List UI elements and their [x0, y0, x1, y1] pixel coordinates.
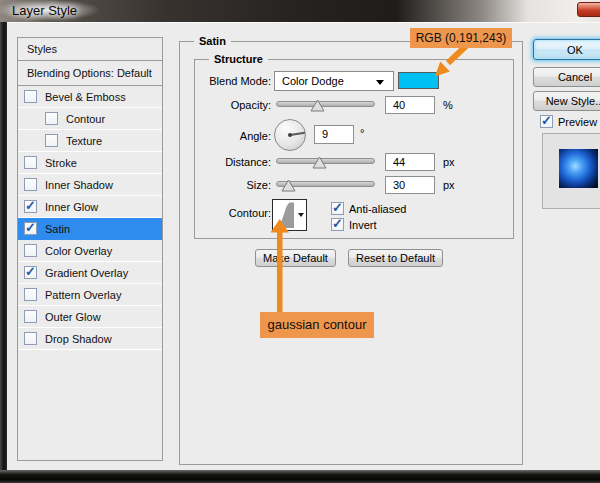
distance-label: Distance: [195, 156, 271, 168]
sidebar-item-stroke[interactable]: Stroke [18, 152, 162, 174]
make-default-button[interactable]: Make Default [255, 249, 336, 267]
styles-list-header: Styles [18, 38, 162, 61]
gaussian-contour-annotation: gaussian contour [260, 312, 374, 338]
checkbox[interactable] [24, 266, 37, 279]
invert-label: Invert [349, 219, 377, 231]
angle-dial[interactable] [274, 119, 306, 151]
preview-checkbox[interactable] [540, 115, 553, 128]
preview-panel [542, 133, 600, 209]
sidebar-item-contour[interactable]: Contour [18, 108, 162, 130]
window-title: Layer Style [12, 0, 77, 21]
sidebar-item-label: Texture [66, 135, 102, 147]
panel-title: Satin [194, 34, 231, 48]
checkbox[interactable] [24, 222, 37, 235]
sidebar-item-gradient-overlay[interactable]: Gradient Overlay [18, 262, 162, 284]
window-frame-left [0, 22, 7, 470]
distance-slider-thumb[interactable] [312, 155, 327, 168]
contour-label: Contour: [195, 207, 271, 219]
size-unit: px [443, 179, 455, 191]
sidebar-item-label: Inner Glow [45, 201, 98, 213]
distance-slider[interactable] [276, 153, 375, 169]
size-input[interactable]: 30 [385, 176, 435, 194]
checkbox[interactable] [45, 134, 58, 147]
opacity-unit: % [443, 99, 453, 111]
size-slider[interactable] [276, 176, 375, 192]
ok-button[interactable]: OK [533, 39, 600, 60]
structure-title: Structure [209, 52, 268, 66]
dialog-body: Styles Blending Options: Default Bevel &… [7, 22, 600, 470]
opacity-slider-thumb[interactable] [310, 98, 325, 111]
checkbox[interactable] [24, 178, 37, 191]
opacity-label: Opacity: [195, 99, 271, 111]
checkbox[interactable] [24, 244, 37, 257]
opacity-input[interactable]: 40 [385, 96, 435, 114]
opacity-slider-track[interactable] [276, 101, 375, 107]
angle-unit: ° [360, 127, 364, 139]
angle-label: Angle: [195, 130, 271, 142]
checkbox[interactable] [24, 90, 37, 103]
angle-dial-center [288, 133, 292, 137]
reset-to-default-button[interactable]: Reset to Default [348, 249, 443, 267]
cancel-button[interactable]: Cancel [533, 67, 600, 87]
structure-section: Structure Blend Mode: Color Dodge Opacit… [194, 59, 514, 239]
anti-aliased-label: Anti-aliased [349, 203, 406, 215]
titlebar[interactable]: Layer Style [0, 0, 600, 22]
distance-unit: px [443, 156, 455, 168]
invert-checkbox[interactable] [331, 218, 344, 231]
sidebar-item-label: Blending Options: Default [27, 67, 152, 79]
angle-input[interactable]: 9 [314, 125, 354, 144]
opacity-slider[interactable] [276, 96, 375, 112]
checkbox[interactable] [24, 200, 37, 213]
sidebar-item-label: Satin [45, 223, 70, 235]
new-style-button[interactable]: New Style... [533, 91, 600, 111]
sidebar-item-label: Outer Glow [45, 311, 101, 323]
chevron-down-icon [376, 80, 384, 85]
preview-label: Preview [558, 116, 597, 128]
layer-style-preview-thumbnail [559, 149, 598, 188]
sidebar-item-pattern-overlay[interactable]: Pattern Overlay [18, 284, 162, 306]
size-label: Size: [195, 179, 271, 191]
gaussian-contour-thumbnail [273, 200, 306, 230]
sidebar-item-inner-glow[interactable]: Inner Glow [18, 196, 162, 218]
styles-list: Styles Blending Options: Default Bevel &… [17, 37, 163, 461]
sidebar-item-label: Stroke [45, 157, 77, 169]
window-frame-bottom [0, 470, 600, 483]
checkbox[interactable] [24, 332, 37, 345]
checkbox[interactable] [24, 288, 37, 301]
checkbox[interactable] [24, 156, 37, 169]
sidebar-item-label: Gradient Overlay [45, 267, 128, 279]
satin-panel: Satin Structure Blend Mode: Color Dodge … [179, 41, 523, 465]
distance-input[interactable]: 44 [385, 153, 435, 171]
sidebar-item-blending-options-default[interactable]: Blending Options: Default [18, 61, 162, 86]
sidebar-item-texture[interactable]: Texture [18, 130, 162, 152]
anti-aliased-checkbox[interactable] [331, 202, 344, 215]
blend-mode-value: Color Dodge [282, 75, 344, 87]
sidebar-item-label: Inner Shadow [45, 179, 113, 191]
sidebar-item-label: Pattern Overlay [45, 289, 121, 301]
sidebar-item-drop-shadow[interactable]: Drop Shadow [18, 328, 162, 350]
size-slider-thumb[interactable] [281, 178, 296, 191]
close-icon[interactable] [577, 2, 600, 17]
sidebar-item-label: Bevel & Emboss [45, 91, 126, 103]
blend-mode-select[interactable]: Color Dodge [274, 71, 394, 91]
contour-picker[interactable] [272, 199, 307, 231]
sidebar-item-inner-shadow[interactable]: Inner Shadow [18, 174, 162, 196]
sidebar-item-bevel-emboss[interactable]: Bevel & Emboss [18, 86, 162, 108]
satin-color-swatch[interactable] [398, 72, 439, 89]
sidebar-item-satin[interactable]: Satin [18, 218, 162, 240]
angle-dial-pointer [290, 132, 305, 136]
sidebar-item-label: Contour [66, 113, 105, 125]
sidebar-item-label: Color Overlay [45, 245, 112, 257]
sidebar-item-color-overlay[interactable]: Color Overlay [18, 240, 162, 262]
blend-mode-label: Blend Mode: [195, 75, 271, 87]
checkbox[interactable] [24, 310, 37, 323]
layer-style-window: Layer Style Styles Blending Options: Def… [0, 0, 600, 483]
styles-list-items: Bevel & EmbossContourTextureStrokeInner … [18, 86, 162, 350]
checkbox[interactable] [45, 112, 58, 125]
rgb-annotation: RGB (0,191,243) [410, 28, 512, 48]
sidebar-item-outer-glow[interactable]: Outer Glow [18, 306, 162, 328]
sidebar-item-label: Drop Shadow [45, 333, 112, 345]
